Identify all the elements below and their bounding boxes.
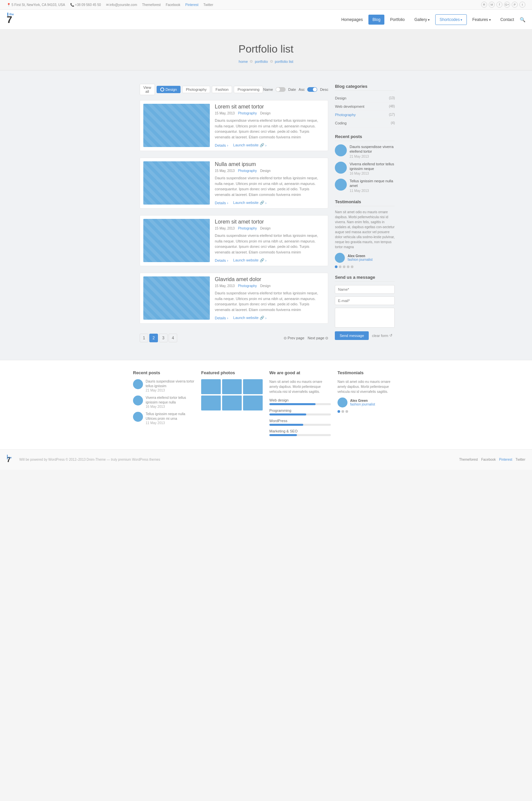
filter-programming[interactable]: Programming xyxy=(234,86,263,93)
dot-4[interactable] xyxy=(347,265,349,268)
dot-2[interactable] xyxy=(339,265,341,268)
sort-name-toggle[interactable] xyxy=(276,87,286,92)
dot-3[interactable] xyxy=(343,265,345,268)
portfolio-details-4[interactable]: Details xyxy=(215,316,228,320)
nav-portfolio[interactable]: Portfolio xyxy=(386,15,408,25)
social-icon-mail[interactable]: M xyxy=(489,2,495,8)
email-input[interactable] xyxy=(335,296,395,305)
footer-dot-2[interactable] xyxy=(341,410,344,413)
portfolio-launch-4[interactable]: Launch website 🔗 xyxy=(233,316,266,320)
topbar-link-themeforest[interactable]: Themeforest xyxy=(142,3,160,7)
nav-shortcodes[interactable]: Shortcodes xyxy=(435,14,467,25)
nav-gallery[interactable]: Gallery xyxy=(410,15,434,25)
breadcrumb-portfolio[interactable]: portfolio xyxy=(255,59,268,63)
page-4[interactable]: 4 xyxy=(169,334,177,342)
portfolio-tag-design-4[interactable]: Design xyxy=(260,284,271,288)
sort-order-toggle[interactable] xyxy=(307,87,317,92)
topbar-link-facebook[interactable]: Facebook xyxy=(166,3,180,7)
nav-contact[interactable]: Contact xyxy=(496,15,518,25)
dot-1[interactable] xyxy=(335,265,338,268)
search-icon[interactable]: 🔍 xyxy=(520,17,525,22)
portfolio-details-2[interactable]: Details xyxy=(215,201,228,205)
portfolio-tag-design-3[interactable]: Design xyxy=(260,226,271,230)
footer-post-info-2: Viverra eleifend tortor tellus ignissim … xyxy=(146,395,194,409)
social-icon-facebook[interactable]: f xyxy=(496,2,502,8)
footer-post-title-1[interactable]: Dauris suspendisse viverra tortor tellus… xyxy=(146,379,194,389)
message-textarea[interactable] xyxy=(335,308,395,328)
nav-blog[interactable]: Blog xyxy=(368,15,384,25)
cat-web-development[interactable]: Web development (48) xyxy=(335,103,395,111)
footer-link-facebook[interactable]: Facebook xyxy=(481,458,496,461)
footer-dot-3[interactable] xyxy=(345,410,348,413)
prev-page-button[interactable]: ⊙ Prev page xyxy=(284,336,304,340)
photo-thumb-2[interactable] xyxy=(222,379,242,394)
page-3[interactable]: 3 xyxy=(159,334,168,342)
footer-dot-1[interactable] xyxy=(338,410,340,413)
portfolio-tag-design-2[interactable]: Design xyxy=(260,169,271,173)
portfolio-launch-1[interactable]: Launch website 🔗 xyxy=(233,143,266,147)
portfolio-launch-3[interactable]: Launch website 🔗 xyxy=(233,258,266,262)
send-message-button[interactable]: Send message xyxy=(335,331,368,340)
testimonial-author: Alex Green fashion journalist xyxy=(335,253,395,263)
footer-author-name: Alex Green xyxy=(350,399,375,403)
footer-links: Themeforest Facebook Pinterest Twitter xyxy=(459,458,525,461)
photo-thumb-3[interactable] xyxy=(243,379,263,394)
photo-thumb-6[interactable] xyxy=(243,395,263,410)
cat-photography[interactable]: Photography (17) xyxy=(335,111,395,119)
portfolio-details-3[interactable]: Details xyxy=(215,258,228,262)
footer-post-title-3[interactable]: Tellus ignissim neque nulla Ultrices pro… xyxy=(146,412,194,421)
footer-post-title-2[interactable]: Viverra eleifend tortor tellus ignissim … xyxy=(146,395,194,405)
social-icon-gplus[interactable]: G+ xyxy=(504,2,510,8)
recent-title-3[interactable]: Tellus ignissim neque nulla amet xyxy=(349,179,395,188)
social-icon-rss[interactable]: R xyxy=(481,2,487,8)
photo-thumb-1[interactable] xyxy=(201,379,221,394)
page-2[interactable]: 2 xyxy=(149,334,158,342)
next-page-button[interactable]: Next page ⊙ xyxy=(307,336,328,340)
portfolio-date-4: 15 May, 2013 xyxy=(215,284,235,288)
refresh-icon: ↺ xyxy=(390,333,392,338)
social-icon-pinterest[interactable]: P xyxy=(512,2,518,8)
footer-testimonials: Testimonials Nam sit amet odio eu mauris… xyxy=(338,370,399,440)
photo-thumb-5[interactable] xyxy=(222,395,242,410)
filter-fashion[interactable]: Fashion xyxy=(212,86,232,93)
footer-author-avatar xyxy=(338,397,347,408)
clear-form-link[interactable]: clear form ↺ xyxy=(372,333,392,338)
portfolio-tag-photography-3[interactable]: Photography xyxy=(238,226,257,230)
cat-coding[interactable]: Coding (4) xyxy=(335,119,395,127)
cat-coding-label: Coding xyxy=(335,121,346,125)
filter-bar: View all Design Photography Fashion Prog… xyxy=(140,84,328,95)
footer-logo-mark: 7 the xyxy=(7,454,17,466)
portfolio-title-2: Nulla amet ipsum xyxy=(215,161,324,167)
breadcrumb-home[interactable]: home xyxy=(239,59,248,63)
social-icon-twitter[interactable]: t xyxy=(519,2,525,8)
portfolio-details-1[interactable]: Details xyxy=(215,143,228,147)
breadcrumb: home ⊙ portfolio ⊙ portfolio list xyxy=(7,59,525,63)
footer-post-info-3: Tellus ignissim neque nulla Ultrices pro… xyxy=(146,412,194,425)
recent-title-2[interactable]: Viverra eleifend tortor tellus ignissim … xyxy=(349,162,395,171)
portfolio-launch-2[interactable]: Launch website 🔗 xyxy=(233,201,266,205)
name-input[interactable] xyxy=(335,285,395,294)
portfolio-tag-photography-1[interactable]: Photography xyxy=(238,111,257,115)
name-field-group xyxy=(335,285,395,294)
dot-5[interactable] xyxy=(351,265,354,268)
recent-title-1[interactable]: Dauris suspendisse viverra eleifend tort… xyxy=(349,144,395,154)
cat-design[interactable]: Design (13) xyxy=(335,94,395,103)
page-1[interactable]: 1 xyxy=(140,334,148,342)
recent-avatar-3 xyxy=(335,179,347,191)
footer-testimonial-dots xyxy=(338,410,399,413)
footer-link-themeforest[interactable]: Themeforest xyxy=(459,458,478,461)
topbar-link-pinterest[interactable]: Pinterest xyxy=(185,3,198,7)
portfolio-tag-photography-2[interactable]: Photography xyxy=(238,169,257,173)
footer-link-pinterest[interactable]: Pinterest xyxy=(499,458,512,461)
photo-thumb-4[interactable] xyxy=(201,395,221,410)
filter-design[interactable]: Design xyxy=(157,86,180,93)
nav-homepages[interactable]: Homepages xyxy=(337,15,367,25)
nav-features[interactable]: Features xyxy=(469,15,495,25)
page-nav: ⊙ Prev page Next page ⊙ xyxy=(284,336,328,340)
filter-photography[interactable]: Photography xyxy=(182,86,210,93)
filter-view-all[interactable]: View all xyxy=(140,84,155,95)
portfolio-tag-design-1[interactable]: Design xyxy=(260,111,271,115)
footer-link-twitter[interactable]: Twitter xyxy=(516,458,525,461)
topbar-link-twitter[interactable]: Twitter xyxy=(204,3,213,7)
portfolio-tag-photography-4[interactable]: Photography xyxy=(238,284,257,288)
